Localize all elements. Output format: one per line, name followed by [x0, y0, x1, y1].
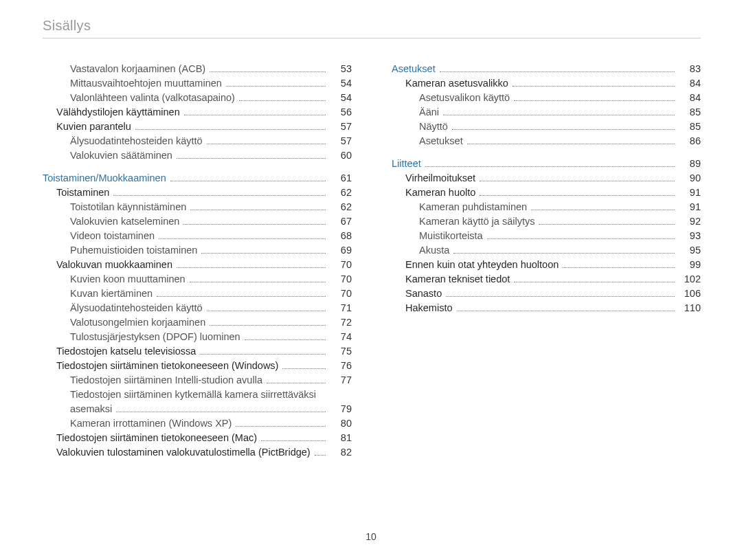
toc-entry-label: Vastavalon korjaaminen (ACB)	[70, 62, 208, 76]
toc-entry-label: Valokuvien katseleminen	[70, 214, 182, 229]
toc-entry: Valonlähteen valinta (valkotasapaino)54	[43, 91, 352, 105]
toc-entry-page: 56	[328, 105, 352, 120]
toc-entry: Sanasto106	[392, 287, 701, 301]
toc-entry-label: Älysuodatintehosteiden käyttö	[70, 134, 205, 148]
toc-leader	[480, 187, 675, 196]
toc-columns: Vastavalon korjaaminen (ACB)53Mittausvai…	[43, 62, 701, 460]
toc-entry-page: 70	[328, 272, 352, 287]
toc-entry: Muistikorteista93	[392, 229, 701, 243]
toc-leader	[261, 432, 326, 441]
toc-entry-page: 81	[328, 431, 352, 445]
toc-leader	[210, 63, 326, 72]
toc-entry-page: 72	[328, 315, 352, 330]
toc-entry-label: asemaksi	[70, 402, 115, 416]
toc-entry-label: Tiedostojen katselu televisiossa	[56, 344, 199, 359]
toc-entry-label: Välähdystilojen käyttäminen	[56, 105, 183, 120]
toc-entry-label: Tiedostojen siirtäminen tietokoneeseen (…	[56, 359, 281, 373]
toc-entry-label: Toistaminen/Muokkaaminen	[43, 171, 169, 186]
toc-entry: Älysuodatintehosteiden käyttö57	[43, 134, 352, 148]
toc-entry-page: 99	[677, 258, 701, 272]
toc-entry-label: Asetukset	[392, 62, 438, 76]
toc-entry-page: 86	[677, 134, 701, 148]
toc-entry-label: Muistikorteista	[419, 229, 486, 243]
toc-entry-page: 61	[328, 171, 352, 186]
toc-leader	[200, 346, 326, 355]
toc-entry: Ääni85	[392, 105, 701, 120]
toc-leader	[157, 288, 326, 297]
toc-entry: Kuvan kiertäminen70	[43, 287, 352, 301]
toc-entry: Kameran huolto91	[392, 186, 701, 200]
toc-entry-page: 110	[677, 301, 701, 315]
toc-entry-page: 70	[328, 287, 352, 301]
toc-leader	[190, 201, 326, 210]
toc-entry-page: 90	[677, 171, 701, 186]
toc-leader	[443, 107, 675, 115]
toc-leader	[267, 374, 326, 383]
toc-leader	[531, 201, 675, 210]
toc-leader	[467, 135, 675, 144]
toc-entry: Tulostusjärjestyksen (DPOF) luominen74	[43, 330, 352, 344]
toc-leader	[245, 331, 326, 340]
toc-entry-page: 53	[328, 62, 352, 76]
toc-entry: Näyttö85	[392, 120, 701, 134]
toc-entry: Ennen kuin otat yhteyden huoltoon99	[392, 258, 701, 272]
toc-entry-page: 106	[677, 287, 701, 301]
toc-entry: Tiedostojen katselu televisiossa75	[43, 344, 352, 359]
toc-leader	[207, 302, 326, 311]
toc-entry-label: Ennen kuin otat yhteyden huoltoon	[405, 258, 561, 272]
toc-entry-label: Videon toistaminen	[70, 229, 157, 243]
toc-entry-label: Virheilmoitukset	[405, 171, 478, 186]
toc-entry: Kameran puhdistaminen91	[392, 200, 701, 214]
toc-entry-page: 57	[328, 134, 352, 148]
toc-entry-label: Näyttö	[419, 120, 451, 134]
toc-entry: Valokuvien säätäminen60	[43, 148, 352, 163]
page-number: 10	[0, 531, 742, 542]
toc-entry-label: Kuvien koon muuttaminen	[70, 272, 188, 287]
toc-entry: Kuvien parantelu57	[43, 120, 352, 134]
toc-entry-label: Kameran tekniset tiedot	[405, 272, 513, 287]
toc-leader	[563, 259, 675, 268]
toc-leader	[282, 360, 326, 369]
toc-entry: Kameran irrottaminen (Windows XP)80	[43, 416, 352, 431]
toc-entry-page: 85	[677, 120, 701, 134]
toc-leader	[539, 216, 675, 225]
toc-entry-label: Liitteet	[392, 157, 424, 171]
toc-entry: Kuvien koon muuttaminen70	[43, 272, 352, 287]
toc-entry-page: 79	[328, 402, 352, 416]
toc-column-right: Asetukset83Kameran asetusvalikko84Asetus…	[392, 62, 701, 460]
toc-entry-page: 93	[677, 229, 701, 243]
toc-entry-label: Valokuvien tulostaminen valokuvatulostim…	[56, 445, 313, 460]
toc-leader	[159, 230, 326, 239]
toc-entry: Tiedostojen siirtäminen kytkemällä kamer…	[43, 388, 352, 402]
toc-entry-page: 95	[677, 243, 701, 258]
toc-entry-page: 62	[328, 186, 352, 200]
toc-entry-page: 77	[328, 373, 352, 388]
toc-entry-label: Akusta	[419, 243, 452, 258]
toc-entry-label: Valonlähteen valinta (valkotasapaino)	[70, 91, 238, 105]
toc-entry: Puhemuistioiden toistaminen69	[43, 243, 352, 258]
page: Sisällys Vastavalon korjaaminen (ACB)53M…	[0, 0, 742, 560]
toc-entry: Hakemisto110	[392, 301, 701, 315]
toc-entry-label: Älysuodatintehosteiden käyttö	[70, 301, 205, 315]
toc-entry-page: 54	[328, 76, 352, 91]
toc-entry-page: 89	[677, 157, 701, 171]
toc-entry-page: 84	[677, 91, 701, 105]
toc-leader	[236, 418, 326, 427]
toc-entry-label: Tiedostojen siirtäminen kytkemällä kamer…	[70, 388, 319, 402]
toc-entry-page: 70	[328, 258, 352, 272]
toc-leader	[457, 302, 675, 311]
toc-entry-label: Tiedostojen siirtäminen Intelli-studion …	[70, 373, 265, 388]
toc-entry-page: 76	[328, 359, 352, 373]
toc-entry-page: 62	[328, 200, 352, 214]
toc-entry: Toistotilan käynnistäminen62	[43, 200, 352, 214]
toc-leader	[113, 187, 326, 196]
toc-entry-label: Asetukset	[419, 134, 466, 148]
toc-entry-page: 54	[328, 91, 352, 105]
toc-entry-page: 84	[677, 76, 701, 91]
toc-entry-label: Kameran huolto	[405, 186, 478, 200]
toc-entry: Asetukset86	[392, 134, 701, 148]
toc-spacer	[392, 148, 701, 157]
toc-entry: Kameran käyttö ja säilytys92	[392, 214, 701, 229]
toc-entry-label: Valokuvan muokkaaminen	[56, 258, 175, 272]
toc-entry-page: 102	[677, 272, 701, 287]
